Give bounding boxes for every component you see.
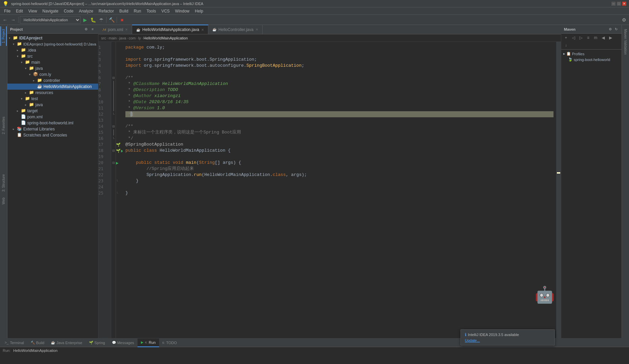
breadcrumb-java[interactable]: java [119, 36, 126, 40]
code-view[interactable]: package com.ly; import org.springframewo… [123, 42, 556, 338]
tree-item-main[interactable]: ▾ 📁 main [7, 59, 98, 65]
breadcrumb-main[interactable]: main [109, 36, 117, 40]
sidebar-tab-maven-validation[interactable]: Maven Validation [623, 26, 628, 57]
sidebar-tab-structure[interactable]: 3: Structure [1, 172, 6, 194]
menu-file[interactable]: File [1, 8, 13, 14]
breadcrumb-com[interactable]: com [129, 36, 136, 40]
sidebar-tab-project[interactable]: 1: Project [0, 26, 7, 46]
notification-link[interactable]: Update... [465, 338, 550, 342]
bottom-tab-spring[interactable]: 🌱 Spring [86, 338, 109, 347]
tree-item-ideaproject[interactable]: ▾ 📁 IDEAproject [7, 35, 98, 41]
menu-refactor[interactable]: Refactor [96, 8, 117, 14]
tree-item-target[interactable]: ▸ 📁 target [7, 108, 98, 114]
breadcrumb-src[interactable]: src [101, 36, 106, 40]
bottom-tab-build[interactable]: 🔨 Build [27, 338, 48, 347]
maven-btn-1[interactable]: + [563, 34, 569, 41]
maven-btn-5[interactable]: m [592, 34, 599, 41]
tree-item-scratches[interactable]: 📋 Scratches and Consoles [7, 132, 98, 138]
tree-item-test[interactable]: ▾ 📁 test [7, 96, 98, 102]
project-settings-btn[interactable]: ⚙ [83, 27, 89, 32]
run-icon-18[interactable]: 🌱 ▶ [116, 148, 123, 154]
tree-item-external-libs[interactable]: ▸ 📚 External Libraries [7, 126, 98, 132]
tab-controller-close[interactable]: ✕ [256, 28, 258, 31]
settings-button[interactable]: ⚙ [620, 16, 628, 24]
coverage-button[interactable]: ☂ [97, 16, 105, 24]
tab-main-close[interactable]: ✕ [201, 28, 204, 32]
menu-navigate[interactable]: Navigate [40, 8, 61, 14]
maven-refresh-btn[interactable]: ↻ [613, 27, 619, 32]
menu-tools[interactable]: Tools [144, 8, 159, 14]
tab-pom[interactable]: 𝓜 pom.xml ✕ [98, 25, 132, 34]
menu-view[interactable]: View [26, 8, 40, 14]
bottom-tab-terminal[interactable]: >_ Terminal [1, 338, 27, 347]
tab-controller[interactable]: ☕ HelloController.java ✕ [208, 25, 263, 34]
maven-spring-project[interactable]: 🍃 spring-boot-helloworld [563, 57, 620, 62]
maven-btn-6[interactable]: ◀ [600, 34, 606, 41]
bottom-tab-messages[interactable]: 💬 Messages [109, 338, 138, 347]
run-config-dropdown[interactable]: HelloWorldMainApplication [20, 16, 81, 24]
run-button[interactable]: ▶ [81, 16, 89, 24]
project-gear-btn[interactable]: ≡ [90, 27, 95, 32]
menu-window[interactable]: Window [172, 8, 192, 14]
tree-item-test-java[interactable]: ▸ 📁 java [7, 102, 98, 108]
sidebar-tab-favorites[interactable]: 2: Favorites [1, 114, 6, 137]
forward-button[interactable]: → [9, 16, 17, 24]
run-icon-20[interactable]: ▶ [116, 160, 123, 166]
menu-build[interactable]: Build [117, 8, 131, 14]
fold-end-23: └ [116, 178, 123, 184]
back-button[interactable]: ← [1, 16, 9, 24]
tab-main[interactable]: ☕ HelloWorldMainApplication.java ✕ [132, 25, 208, 34]
menu-help[interactable]: Help [192, 8, 206, 14]
fold-btn-14[interactable]: ⊟ [111, 123, 116, 129]
folder-icon: 📁 [29, 102, 34, 108]
fold-end-16[interactable]: └ [111, 135, 116, 142]
maven-settings-btn[interactable]: ⚙ [607, 27, 613, 32]
menu-vcs[interactable]: VCS [159, 8, 173, 14]
fold-btn-6[interactable]: ⊟ [111, 75, 116, 81]
debug-button[interactable]: 🐛 [89, 16, 97, 24]
tree-item-spring-project[interactable]: ▾ 📁 IDEAproject [spring-boot-helloworld]… [7, 41, 98, 47]
maven-btn-2[interactable]: ◁ [570, 34, 577, 41]
app-icon: 💡 [3, 1, 8, 6]
tree-item-main-class[interactable]: ☕ HelloWorldMainApplication [7, 84, 98, 90]
menu-code[interactable]: Code [61, 8, 76, 14]
breadcrumb-ly[interactable]: ly [138, 36, 141, 40]
stop-button[interactable]: ■ [118, 16, 126, 24]
bottom-tab-todo[interactable]: 6: TODO [159, 338, 180, 347]
tree-item-idea[interactable]: ▸ 📁 .idea [7, 47, 98, 53]
build-button[interactable]: 🔨 [108, 16, 115, 24]
tab-main-label: HelloWorldMainApplication.java [142, 27, 199, 32]
fold-end-12[interactable]: └ [111, 111, 116, 117]
fold-btn-18[interactable]: ⊟ [111, 148, 116, 154]
folder-icon: 📁 [13, 35, 18, 41]
bottom-tab-java-enterprise[interactable]: ☕ Java Enterprise [48, 338, 85, 347]
close-button[interactable]: ✕ [622, 2, 626, 6]
project-panel: Project ⚙ ≡ ▾ 📁 IDEAproject ▾ 📁 IDEAproj… [7, 25, 98, 338]
fold-btn-20[interactable]: ⊟ [111, 160, 116, 166]
tree-item-controller[interactable]: ▸ 📁 controller [7, 78, 98, 84]
maven-profiles[interactable]: ▸ 📋 Profiles [563, 51, 620, 57]
code-line-19 [125, 154, 553, 160]
menu-run[interactable]: Run [131, 8, 144, 14]
maven-btn-4[interactable]: ≡ [585, 34, 592, 41]
tree-item-com-ly[interactable]: ▾ 📦 com.ly [7, 71, 98, 78]
minimize-button[interactable]: ─ [611, 2, 616, 6]
maven-btn-8[interactable]: ↓ [563, 42, 569, 49]
sidebar-tab-web[interactable]: Web [1, 195, 6, 207]
tree-item-pom[interactable]: 📄 pom.xml [7, 114, 98, 120]
fold-line-9 [113, 93, 116, 99]
maximize-button[interactable]: □ [617, 2, 621, 6]
code-line-11: * @Version 1.0 [125, 105, 553, 111]
tab-pom-close[interactable]: ✕ [125, 28, 128, 31]
tree-item-iml[interactable]: 📄 spring-boot-helloworld.iml [7, 120, 98, 126]
menu-analyze[interactable]: Analyze [76, 8, 96, 14]
tree-item-src[interactable]: ▾ 📁 src [7, 53, 98, 59]
tree-item-java[interactable]: ▾ 📁 java [7, 65, 98, 71]
messages-icon: 💬 [112, 341, 116, 344]
maven-btn-3[interactable]: ▷ [577, 34, 584, 41]
menu-edit[interactable]: Edit [13, 8, 26, 14]
maven-btn-7[interactable]: ▶ [607, 34, 614, 41]
tree-item-resources[interactable]: ▸ 📁 resources [7, 90, 98, 96]
bottom-tab-run[interactable]: ▶ 4: Run [138, 338, 159, 347]
breadcrumb-class[interactable]: HelloWorldMainApplication [144, 36, 188, 40]
